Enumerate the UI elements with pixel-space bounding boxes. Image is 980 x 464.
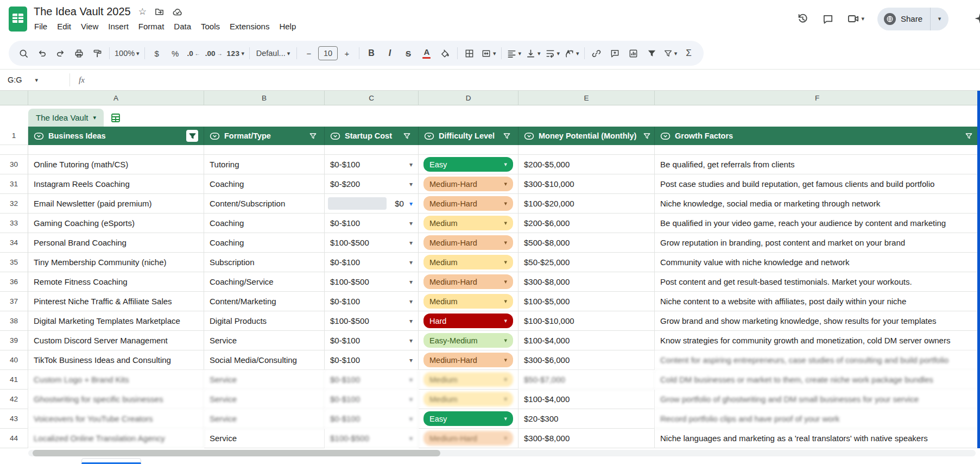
cell-growth-factors[interactable]: Grow reputation in branding, post conten…	[655, 233, 980, 253]
dropdown-caret-icon[interactable]: ▾	[409, 377, 413, 383]
chip-caret-icon[interactable]: ▾	[504, 356, 507, 363]
table-header-cell[interactable]: Growth Factors	[655, 127, 980, 145]
column-header-d[interactable]: D	[419, 91, 519, 105]
column-header-e[interactable]: E	[519, 91, 655, 105]
dropdown-caret-icon[interactable]: ▾	[409, 435, 413, 442]
chip-caret-icon[interactable]: ▾	[504, 337, 507, 344]
cell-money-potential[interactable]: $100-$5,000	[519, 292, 655, 311]
menu-extensions[interactable]: Extensions	[225, 20, 274, 33]
cell-business-idea[interactable]: Ghostwriting for specific businesses	[28, 390, 204, 409]
column-header-f[interactable]: F	[655, 91, 980, 105]
font-select[interactable]: Defaul... ▾	[252, 44, 294, 62]
comments-icon[interactable]	[822, 13, 834, 25]
filter-views-button[interactable]: ▾	[661, 44, 680, 62]
chip-caret-icon[interactable]: ▾	[504, 415, 507, 422]
cell-startup-cost[interactable]: $100-$500 ▾	[325, 233, 419, 253]
cell-growth-factors[interactable]: Content for aspiring entrepreneurs, case…	[655, 350, 980, 370]
row-number[interactable]: 33	[0, 214, 28, 233]
table-header-cell[interactable]: Startup Cost	[325, 127, 419, 145]
dropdown-caret-icon[interactable]: ▾	[409, 220, 413, 227]
difficulty-chip[interactable]: Easy ▾	[423, 411, 513, 426]
insert-link-button[interactable]	[587, 44, 606, 62]
dropdown-caret-icon[interactable]: ▾	[409, 181, 413, 187]
cell-difficulty[interactable]: Medium-Hard ▾	[419, 174, 519, 194]
cell-difficulty[interactable]: Medium ▾	[419, 370, 519, 390]
increase-decimal-button[interactable]: .00→	[203, 44, 225, 62]
cell-money-potential[interactable]: $300-$8,000	[519, 429, 655, 448]
cell-money-potential[interactable]: $20-$300	[519, 409, 655, 429]
share-main[interactable]: Share	[877, 8, 930, 30]
cell-format-type[interactable]: Digital Products	[204, 311, 325, 331]
difficulty-chip[interactable]: Medium-Hard ▾	[423, 353, 513, 367]
horizontal-scrollbar-thumb[interactable]	[33, 450, 440, 456]
dropdown-caret-icon[interactable]: ▾	[409, 298, 413, 305]
cell-startup-cost[interactable]: $0-$100 ▾	[325, 390, 419, 409]
row-number[interactable]: 43	[0, 409, 28, 429]
cell-growth-factors[interactable]: Know strategies for community growth and…	[655, 331, 980, 350]
difficulty-chip[interactable]: Easy ▾	[423, 157, 513, 172]
name-box[interactable]: G:G ▾	[8, 76, 64, 84]
chip-caret-icon[interactable]: ▾	[504, 220, 507, 227]
cell-business-idea[interactable]: Digital Marketing Templates Marketplace	[28, 311, 204, 331]
dropdown-caret-icon[interactable]: ▾	[409, 396, 413, 403]
select-all-corner[interactable]	[0, 91, 28, 105]
difficulty-chip[interactable]: Medium-Hard ▾	[423, 177, 513, 191]
name-box-value[interactable]: G:G	[8, 76, 22, 84]
cell-money-potential[interactable]: $300-$8,000	[519, 272, 655, 292]
cell-difficulty[interactable]: Medium-Hard ▾	[419, 233, 519, 253]
dropdown-caret-icon[interactable]: ▾	[409, 259, 413, 266]
dropdown-caret-icon[interactable]: ▾	[409, 279, 413, 285]
cell-growth-factors[interactable]: Grow brand and show marketing knowledge,…	[655, 311, 980, 331]
row-number[interactable]: 40	[0, 350, 28, 370]
cell-business-idea[interactable]: Gaming Coaching (eSports)	[28, 214, 204, 233]
row-number[interactable]: 30	[0, 155, 28, 174]
table-header-cell[interactable]: Money Potential (Monthly)	[519, 127, 655, 145]
cell-money-potential[interactable]: $200-$5,000	[519, 155, 655, 174]
cell-format-type[interactable]: Coaching	[204, 174, 325, 194]
font-size-input[interactable]: 10	[318, 46, 338, 60]
cell-format-type[interactable]: Service	[204, 331, 325, 350]
meet-dropdown-caret-icon[interactable]: ▾	[861, 16, 864, 22]
cell-growth-factors[interactable]: Community value with niche knowledge and…	[655, 253, 980, 272]
menu-format[interactable]: Format	[134, 20, 169, 33]
merge-cells-button[interactable]: ▾	[479, 44, 498, 62]
column-header-a[interactable]: A	[28, 91, 204, 105]
cell-startup-cost[interactable]: $0-$100 ▾	[325, 370, 419, 390]
insert-chart-button[interactable]	[624, 44, 643, 62]
cell-difficulty[interactable]: Medium-Hard ▾	[419, 194, 519, 214]
row-number[interactable]: 38	[0, 311, 28, 331]
functions-button[interactable]: Σ	[680, 44, 698, 62]
row-number[interactable]: 44	[0, 429, 28, 448]
cell-growth-factors[interactable]: Be qualified in your video game, reach y…	[655, 214, 980, 233]
meet-video-button[interactable]: ▾	[847, 12, 864, 25]
cell-format-type[interactable]: Social Media/Consulting	[204, 350, 325, 370]
filter-button-active[interactable]	[643, 44, 661, 62]
table-tab-caret-icon[interactable]: ▾	[93, 115, 96, 121]
cell-business-idea[interactable]: Voiceovers for YouTube Creators	[28, 409, 204, 429]
share-button[interactable]: Share ▾	[877, 8, 949, 30]
chip-caret-icon[interactable]: ▾	[504, 376, 507, 383]
dropdown-caret-icon[interactable]: ▾	[409, 416, 413, 422]
cell-growth-factors[interactable]: Cold DM businesses or market to them, cr…	[655, 370, 980, 390]
menu-tools[interactable]: Tools	[196, 20, 225, 33]
cell-business-idea[interactable]: TikTok Business Ideas and Consulting	[28, 350, 204, 370]
decrease-font-size-button[interactable]: −	[300, 44, 318, 62]
cell-startup-cost[interactable]: $0-$100 ▾	[325, 214, 419, 233]
row-number[interactable]: 32	[0, 194, 28, 214]
cell-startup-cost[interactable]: $0-$100 ▾	[325, 155, 419, 174]
cell-business-idea[interactable]: Custom Discord Server Management	[28, 331, 204, 350]
cell-business-idea[interactable]: Personal Brand Coaching	[28, 233, 204, 253]
cell-difficulty[interactable]: Medium ▾	[419, 214, 519, 233]
chip-caret-icon[interactable]: ▾	[504, 298, 507, 305]
cell-difficulty[interactable]: Easy-Medium ▾	[419, 331, 519, 350]
currency-format-button[interactable]: $	[148, 44, 166, 62]
print-button[interactable]	[69, 44, 88, 62]
cell-business-idea[interactable]: Tiny Membership Community (niche)	[28, 253, 204, 272]
difficulty-chip[interactable]: Easy-Medium ▾	[423, 333, 513, 348]
cell-difficulty[interactable]: Medium-Hard ▾	[419, 429, 519, 448]
cell-difficulty[interactable]: Medium-Hard ▾	[419, 350, 519, 370]
cell-growth-factors[interactable]: Niche content to a website with affiliat…	[655, 292, 980, 311]
cell-difficulty[interactable]: Medium-Hard ▾	[419, 272, 519, 292]
cell-growth-factors[interactable]: Niche knowledge, social media or marketi…	[655, 194, 980, 214]
menu-data[interactable]: Data	[169, 20, 196, 33]
